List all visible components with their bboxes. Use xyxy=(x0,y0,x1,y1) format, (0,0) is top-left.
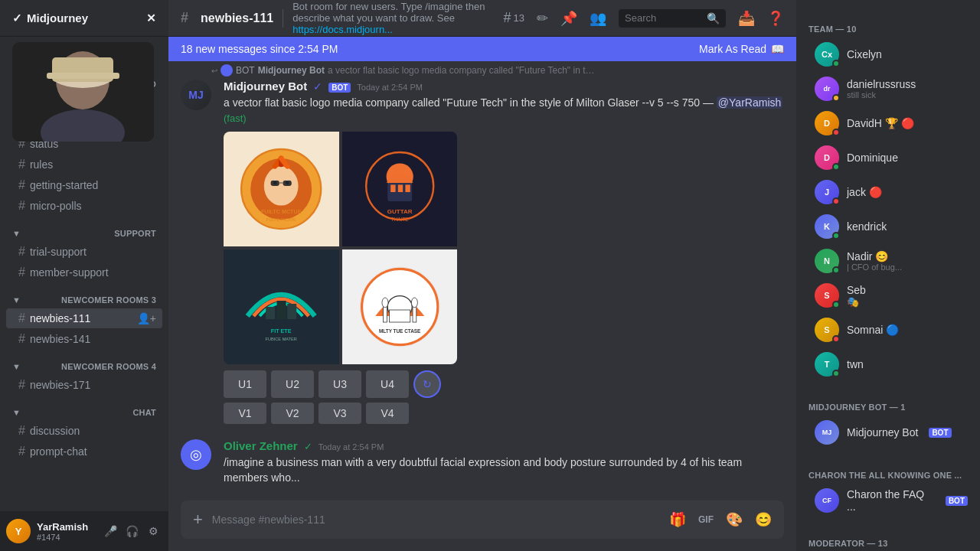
member-davidh[interactable]: D DavidH 🏆 🔴 xyxy=(802,106,974,140)
member-kendrick[interactable]: K kendrick xyxy=(802,210,974,243)
status-dot xyxy=(832,370,840,377)
support-section-header[interactable]: ▼ SUPPORT xyxy=(0,217,168,241)
status-dot xyxy=(832,266,840,274)
channel-rules[interactable]: # rules xyxy=(6,155,162,174)
logo-svg-4: MLTY TUE CTASE xyxy=(354,261,446,353)
newcomer3-section-header[interactable]: ▼ NEWCOMER ROOMS 3 xyxy=(0,283,168,308)
channel-newbies-141[interactable]: # newbies-141 xyxy=(6,329,162,349)
image-cell-1[interactable]: FUILTC MCTUE FULTC PICATE xyxy=(224,132,339,246)
newcomer4-section-header[interactable]: ▼ NEWCOMER ROOMS 4 xyxy=(0,350,168,374)
channel-discussion[interactable]: # discussion xyxy=(6,421,162,441)
inbox-icon[interactable]: 📥 xyxy=(738,10,755,27)
moderator-section-header: MODERATOR — 13 xyxy=(796,527,980,551)
image-cell-4[interactable]: MLTY TUE CTASE xyxy=(342,249,458,364)
gif-icon[interactable]: GIF xyxy=(698,514,714,525)
midjourney-bot-section-header: MIDJOURNEY BOT — 1 xyxy=(796,390,980,415)
channel-newbies-111[interactable]: # newbies-111 👤+ xyxy=(6,308,162,328)
svg-rect-32 xyxy=(389,310,410,322)
reply-text-ref: a vector flat basic logo media company c… xyxy=(328,65,596,76)
hash-icon: # xyxy=(18,424,25,438)
help-icon[interactable]: ❓ xyxy=(767,10,784,27)
member-midjourney-bot[interactable]: MJ Midjourney Bot BOT xyxy=(802,416,974,449)
image-cell-2[interactable]: GUTTAR THAITE xyxy=(342,132,458,246)
member-cixelyn[interactable]: Cx Cixelyn xyxy=(802,37,974,71)
sticker-icon[interactable]: 🎨 xyxy=(726,511,743,528)
hash-icon: # xyxy=(18,378,25,392)
member-seb[interactable]: S Seb 🎭 xyxy=(802,279,974,312)
member-twn[interactable]: T twn xyxy=(802,347,974,381)
member-dominique[interactable]: D Dominique xyxy=(802,141,974,174)
user-avatar-oliver: ◎ xyxy=(181,439,211,470)
pin-icon[interactable]: 📌 xyxy=(560,10,577,27)
member-name: Seb xyxy=(847,284,866,296)
channel-trial-support[interactable]: # trial-support xyxy=(6,242,162,262)
u4-button[interactable]: U4 xyxy=(366,370,409,398)
emoji-icon[interactable]: 😊 xyxy=(755,511,772,528)
hash-icon: # xyxy=(18,311,25,325)
mark-as-read-button[interactable]: Mark As Read 📖 xyxy=(699,43,784,55)
members-icon[interactable]: 👥 xyxy=(590,10,606,27)
v3-button[interactable]: V3 xyxy=(318,403,361,424)
u3-button[interactable]: U3 xyxy=(318,370,361,398)
v4-button[interactable]: V4 xyxy=(366,403,409,424)
member-danielrussruss[interactable]: dr danielrussruss still sick xyxy=(802,72,974,106)
member-name-col: danielrussruss still sick xyxy=(847,78,916,99)
svg-rect-26 xyxy=(277,301,286,319)
discord-logo-icon: ◎ xyxy=(190,446,202,463)
edit-icon[interactable]: ✏ xyxy=(537,10,548,27)
user-avatar[interactable]: Y xyxy=(6,519,31,543)
svg-text:THAITE: THAITE xyxy=(390,217,408,223)
status-dnd-dot xyxy=(832,129,840,136)
person-silhouette xyxy=(12,42,154,142)
gift-icon[interactable]: 🎁 xyxy=(669,511,686,528)
u1-button[interactable]: U1 xyxy=(224,370,266,398)
main-content: # newbies-111 Bot room for new users. Ty… xyxy=(168,0,796,551)
messages-area[interactable]: ↩ BOT Midjourney Bot a vector flat basic… xyxy=(168,61,796,500)
member-name: Cixelyn xyxy=(847,48,882,60)
thread-icon[interactable]: # 13 xyxy=(504,10,524,26)
channel-prompt-chat[interactable]: # prompt-chat xyxy=(6,442,162,461)
server-header[interactable]: ✓ Midjourney ✕ xyxy=(0,0,168,37)
search-input[interactable] xyxy=(625,12,702,24)
member-charon[interactable]: CF Charon the FAQ ... BOT xyxy=(802,484,974,517)
member-jack[interactable]: J jack 🔴 xyxy=(802,175,974,209)
status-dot xyxy=(832,163,840,171)
channel-member-support[interactable]: # member-support xyxy=(6,262,162,282)
server-dropdown-icon[interactable]: ✕ xyxy=(146,11,156,25)
image-cell-3[interactable]: FIT ETE FUBICE MATER xyxy=(224,249,339,364)
chat-section-header[interactable]: ▼ CHAT xyxy=(0,396,168,420)
video-preview xyxy=(12,42,154,142)
svg-point-35 xyxy=(382,298,388,308)
member-nadir[interactable]: N Nadir 😊 | CFO of bug... xyxy=(802,244,974,278)
input-actions: 🎁 GIF 🎨 😊 xyxy=(669,511,772,528)
bot-message-content: Midjourney Bot ✓ BOT Today at 2:54 PM a … xyxy=(224,80,784,424)
channel-newbies-171[interactable]: # newbies-171 xyxy=(6,375,162,395)
channel-getting-started[interactable]: # getting-started xyxy=(6,175,162,195)
seb-badge: 🎭 xyxy=(847,296,866,308)
add-member-icon[interactable]: 👤+ xyxy=(137,312,156,324)
channel-micro-polls[interactable]: # micro-polls xyxy=(6,196,162,216)
hash-thread-icon: # xyxy=(504,10,511,26)
server-name: Midjourney xyxy=(27,11,88,24)
username-display: YarRamish xyxy=(37,521,95,533)
svg-point-36 xyxy=(411,298,417,308)
v1-button[interactable]: V1 xyxy=(224,403,266,424)
member-somnai[interactable]: S Somnai 🔵 xyxy=(802,313,974,347)
new-messages-banner: 18 new messages since 2:54 PM Mark As Re… xyxy=(168,37,796,61)
mj-logo-icon: MJ xyxy=(188,89,203,101)
headphone-button[interactable]: 🎧 xyxy=(122,522,141,540)
spinner-button[interactable]: ↻ xyxy=(413,370,441,398)
v2-button[interactable]: V2 xyxy=(271,403,314,424)
u2-button[interactable]: U2 xyxy=(271,370,314,398)
add-file-button[interactable]: + xyxy=(193,500,203,539)
header-divider xyxy=(283,9,283,28)
mic-button[interactable]: 🎤 xyxy=(101,522,119,540)
bot-username: Midjourney Bot xyxy=(224,80,307,93)
search-box[interactable]: 🔍 xyxy=(619,9,726,28)
message-input[interactable] xyxy=(212,504,660,535)
member-name: Nadir 😊 xyxy=(847,250,888,262)
charon-member-name: Charon the FAQ ... xyxy=(847,488,935,513)
settings-button[interactable]: ⚙ xyxy=(144,522,162,540)
docs-link[interactable]: https://docs.midjourn... xyxy=(292,24,393,35)
fast-tag: (fast) xyxy=(224,112,247,124)
